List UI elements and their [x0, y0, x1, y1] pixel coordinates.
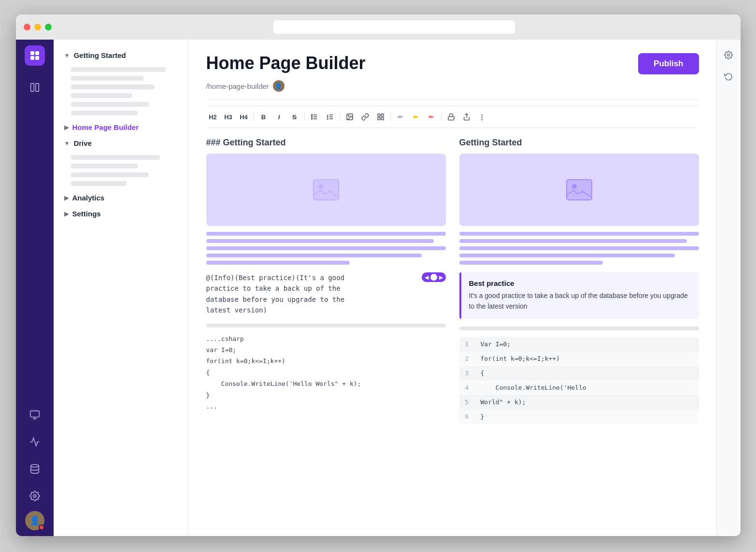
preview-column: Getting Started [459, 138, 699, 424]
svg-rect-24 [448, 116, 454, 120]
chevron-down-icon: ▼ [64, 52, 70, 59]
page-header: Home Page Builder Publish [206, 53, 699, 74]
panel-refresh-icon[interactable] [721, 69, 736, 84]
settings-gear-icon[interactable] [25, 486, 45, 506]
svg-rect-22 [378, 117, 380, 120]
svg-point-29 [572, 184, 577, 189]
heading4-button[interactable]: H4 [237, 110, 251, 124]
text-line [206, 239, 434, 243]
nav-label-drive: Drive [73, 139, 92, 147]
svg-rect-20 [378, 114, 380, 116]
svg-point-12 [311, 114, 312, 115]
minimize-btn[interactable] [34, 24, 41, 30]
svg-rect-23 [381, 117, 384, 120]
preview-heading: Getting Started [459, 138, 699, 148]
code-preview-line: 1 Var I=0; [459, 337, 699, 352]
preview-placeholder-block [459, 326, 699, 330]
svg-point-19 [348, 115, 349, 116]
code-block-editor: ....csharp var I=0; for(int k=0;k<=I;k++… [206, 333, 446, 412]
color2-button[interactable]: ✏ [409, 110, 423, 124]
subitem-line [71, 164, 138, 169]
svg-rect-26 [314, 180, 339, 200]
maximize-btn[interactable] [45, 24, 52, 30]
svg-point-14 [311, 118, 312, 119]
preview-text-lines [459, 232, 699, 265]
nav-label-home-page-builder: Home Page Builder [72, 123, 139, 131]
image-button[interactable] [343, 110, 357, 124]
best-practice-title: Best practice [469, 279, 691, 287]
svg-rect-1 [35, 51, 39, 55]
code-line: { [206, 367, 446, 378]
page-url-bar: /home-page-builder 👤 [206, 80, 699, 92]
toolbar-divider [254, 112, 254, 122]
color1-button[interactable]: ✏ [394, 110, 407, 124]
ordered-list-button[interactable] [323, 110, 337, 124]
subitem-line [71, 76, 143, 81]
close-btn[interactable] [24, 24, 30, 30]
share-button[interactable] [460, 110, 473, 124]
editor-placeholder-lines [206, 324, 446, 327]
nav-item-drive[interactable]: ▼ Drive [59, 135, 183, 151]
toggle-dot [430, 274, 437, 281]
nav-item-getting-started[interactable]: ▼ Getting Started [59, 47, 183, 63]
strikethrough-button[interactable]: S [288, 110, 301, 124]
info-box-editor-text: @(Info)(Best practice)(It's a good pract… [206, 272, 446, 316]
code-preview-line: 2 for(int k=0;k<=I;k++) [459, 352, 699, 366]
editor-image-placeholder [206, 154, 446, 226]
panel-settings-icon[interactable] [721, 47, 736, 63]
code-preview-line: 6 } [459, 410, 699, 424]
database-icon[interactable] [25, 459, 45, 479]
getting-started-subitems [71, 67, 183, 115]
code-line: } [206, 390, 446, 401]
more-options-button[interactable]: ⋮ [475, 110, 489, 124]
library-icon[interactable] [25, 77, 45, 98]
block-button[interactable] [374, 110, 387, 124]
color3-button[interactable]: ✏ [425, 110, 438, 124]
link-button[interactable] [358, 110, 372, 124]
svg-point-7 [30, 465, 39, 467]
text-line [206, 246, 446, 250]
code-line: ... [206, 401, 446, 412]
text-line [206, 232, 446, 236]
page-title: Home Page Builder [206, 53, 366, 73]
sidebar-bottom: 👤 [25, 403, 45, 530]
chart-icon[interactable] [25, 432, 45, 452]
svg-rect-4 [30, 84, 33, 92]
subitem-line [71, 181, 127, 186]
code-block-preview: 1 Var I=0; 2 for(int k=0;k<=I;k++) 3 { [459, 337, 699, 425]
nav-item-analytics[interactable]: ▶ Analytics [59, 190, 183, 206]
desktop-icon[interactable] [25, 405, 45, 425]
chevron-right-icon: ▶ [64, 124, 69, 131]
chevron-down-icon: ▼ [64, 140, 70, 147]
chevron-right-icon: ▶ [64, 195, 69, 201]
nav-sidebar: ▼ Getting Started ▶ Home Page Builder ▼ … [54, 40, 189, 536]
address-bar[interactable] [273, 20, 515, 34]
lock-button[interactable] [444, 110, 458, 124]
toggle-switch[interactable]: ◀ ▶ [422, 272, 446, 282]
subitem-line [71, 67, 166, 72]
publish-button[interactable]: Publish [638, 53, 699, 74]
italic-button[interactable]: I [272, 110, 286, 124]
bold-button[interactable]: B [257, 110, 271, 124]
preview-text-line [459, 246, 699, 250]
nav-item-home-page-builder[interactable]: ▶ Home Page Builder [59, 119, 183, 135]
drive-subitems [71, 155, 183, 186]
notification-badge [39, 524, 44, 530]
main-content: Home Page Builder Publish /home-page-bui… [189, 40, 716, 536]
heading3-button[interactable]: H3 [222, 110, 235, 124]
subitem-line [71, 85, 155, 89]
user-avatar[interactable]: 👤 [25, 511, 44, 530]
heading2-button[interactable]: H2 [206, 110, 220, 124]
nav-item-settings[interactable]: ▶ Settings [59, 206, 183, 222]
best-practice-text: It's a good practice to take a back up o… [469, 290, 691, 312]
unordered-list-button[interactable] [308, 110, 321, 124]
code-line: var I=0; [206, 344, 446, 355]
code-line: for(int k=0;k<=I;k++) [206, 355, 446, 367]
subitem-line [71, 111, 138, 115]
logo-icon[interactable] [25, 45, 45, 66]
app-window: 👤 ▼ Getting Started ▶ [16, 14, 741, 536]
titlebar [16, 14, 741, 40]
code-preview-line: 4 Console.WriteLine('Hello [459, 381, 699, 395]
best-practice-box: Best practice It's a good practice to ta… [459, 272, 699, 319]
right-panel [716, 40, 741, 536]
